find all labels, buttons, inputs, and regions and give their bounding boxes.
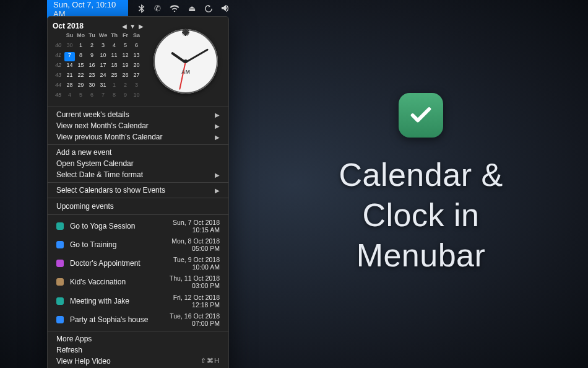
calendar-day-cell[interactable]: 8 [76,52,86,61]
event-row[interactable]: Go to Yoga SessionSun, 7 Oct 2018 10:15 … [48,217,228,235]
calendar-day-cell[interactable]: 14 [64,62,75,71]
calendar-day-cell[interactable]: 7 [98,92,108,101]
calendar-day-cell[interactable]: 2 [87,42,97,51]
menu-shortcut: ⇧⌘H [201,357,220,365]
submenu-arrow-icon: ▶ [215,134,220,141]
submenu-arrow-icon: ▶ [215,123,220,129]
menu-nav-item[interactable]: View next Month's Calendar▶ [48,120,228,131]
calendar-week-number: 43 [53,72,64,81]
calendar-day-cell[interactable]: 30 [64,42,75,51]
menu-action-item[interactable]: Add a new event [48,147,228,158]
calendar-day-cell[interactable]: 17 [98,62,108,71]
event-title: Meeting with Jake [70,297,167,305]
wifi-icon[interactable] [170,4,179,14]
calendar-week-number: 45 [53,92,64,101]
calendar-day-cell[interactable]: 31 [98,82,108,91]
eject-icon[interactable]: ⏏ [188,4,196,14]
calendar-day-header: Su [64,32,75,42]
calendar-day-cell[interactable]: 7 [64,52,75,61]
calendar-day-cell[interactable]: 8 [109,92,119,101]
calendar-day-cell[interactable]: 30 [87,82,97,91]
calendar-day-cell[interactable]: 1 [76,42,86,51]
promo-title: Calendar & Clock in Menubar [272,155,569,276]
menu-item-label: View Help Video [56,357,111,366]
menu-nav-item[interactable]: Current week's details▶ [48,109,228,120]
calendar-nav-arrows[interactable]: ◀ ▼ ▶ [122,23,144,30]
menubar: Sun, Oct 7, 10:10 AM ✆ ⏏ [46,2,231,16]
event-datetime: Sun, 7 Oct 2018 10:15 AM [173,219,220,234]
calendar-day-cell[interactable]: 2 [120,82,131,91]
calendar-day-cell[interactable]: 22 [76,72,86,81]
calendar-week-number: 41 [53,52,64,61]
event-row[interactable]: Go to TrainingMon, 8 Oct 2018 05:00 PM [48,235,228,254]
menu-filter-item[interactable]: Select Calendars to show Events▶ [48,185,228,196]
menu-app-item[interactable]: Refresh [48,344,228,356]
upcoming-events-label: Upcoming events [48,200,228,212]
calendar-day-cell[interactable]: 19 [120,62,131,71]
calendar-day-header: Mo [76,32,86,42]
calendar-day-cell[interactable]: 9 [120,92,131,101]
event-row[interactable]: Kid's VaccinationThu, 11 Oct 2018 03:00 … [48,273,228,291]
timemachine-icon[interactable] [204,4,213,14]
phone-icon[interactable]: ✆ [154,4,161,14]
calendar-day-cell[interactable]: 18 [109,62,119,71]
event-row[interactable]: Meeting with JakeFri, 12 Oct 2018 12:18 … [48,292,228,310]
calendar-day-cell[interactable]: 11 [109,52,119,61]
menu-item-label: Refresh [56,346,82,354]
volume-icon[interactable] [222,4,231,14]
event-color-swatch [56,316,64,323]
calendar-day-cell[interactable]: 29 [76,82,86,91]
clock-ampm: AM [181,69,190,75]
calendar-day-cell[interactable]: 16 [87,62,97,71]
calendar-day-cell[interactable]: 26 [120,72,131,81]
event-title: Go to Yoga Session [70,222,166,230]
calendar-day-cell[interactable]: 3 [131,82,142,91]
menu-item-label: View next Month's Calendar [56,121,149,130]
event-row[interactable]: Party at Sophia's houseTue, 16 Oct 2018 … [48,310,228,329]
event-title: Go to Training [70,240,165,249]
menu-app-item[interactable]: More Apps [48,333,228,344]
menu-item-label: Select Calendars to show Events [56,186,165,195]
bluetooth-icon[interactable] [138,4,145,14]
calendar-day-header: We [98,32,108,42]
calendar-day-cell[interactable]: 27 [131,72,142,81]
dropdown-panel: Oct 2018 ◀ ▼ ▶ SuMoTuWeThFrSa40301234564… [47,16,229,368]
event-title: Doctor's Appointment [70,259,167,268]
calendar-day-cell[interactable]: 4 [64,92,75,101]
calendar-day-cell[interactable]: 5 [120,42,131,51]
menu-app-item[interactable]: View Help Video⇧⌘H [48,356,228,367]
mini-calendar[interactable]: Oct 2018 ◀ ▼ ▶ SuMoTuWeThFrSa40301234564… [53,22,144,101]
calendar-day-cell[interactable]: 5 [76,92,86,101]
event-datetime: Mon, 8 Oct 2018 05:00 PM [171,237,220,252]
calendar-day-cell[interactable]: 10 [98,52,108,61]
calendar-day-cell[interactable]: 28 [64,82,75,91]
menu-action-item[interactable]: Select Date & Time format▶ [48,169,228,180]
promo-section: Calendar & Clock in Menubar [272,93,569,276]
calendar-day-cell[interactable]: 6 [131,42,142,51]
calendar-day-cell[interactable]: 21 [64,72,75,81]
app-icon [399,93,443,138]
menu-nav-item[interactable]: View previous Month's Calendar▶ [48,131,228,142]
calendar-day-cell[interactable]: 23 [87,72,97,81]
calendar-week-number: 40 [53,42,64,51]
calendar-day-cell[interactable]: 3 [98,42,108,51]
menu-action-item[interactable]: Open System Calendar [48,158,228,169]
calendar-day-cell[interactable]: 4 [109,42,119,51]
calendar-day-cell[interactable]: 13 [131,52,142,61]
event-row[interactable]: Doctor's AppointmentTue, 9 Oct 2018 10:0… [48,254,228,273]
menubar-status-icons: ✆ ⏏ [138,4,231,14]
calendar-day-cell[interactable]: 9 [87,52,97,61]
calendar-day-cell[interactable]: 10 [131,92,142,101]
calendar-week-number: 44 [53,82,64,91]
calendar-day-cell[interactable]: 24 [98,72,108,81]
calendar-day-cell[interactable]: 12 [120,52,131,61]
menu-item-label: Open System Calendar [56,159,134,168]
calendar-day-cell[interactable]: 25 [109,72,119,81]
event-title: Party at Sophia's house [70,315,163,324]
calendar-day-cell[interactable]: 6 [87,92,97,101]
calendar-day-cell[interactable]: 1 [109,82,119,91]
calendar-day-cell[interactable]: 15 [76,62,86,71]
submenu-arrow-icon: ▶ [215,172,220,178]
calendar-day-cell[interactable]: 20 [131,62,142,71]
event-color-swatch [56,241,64,248]
